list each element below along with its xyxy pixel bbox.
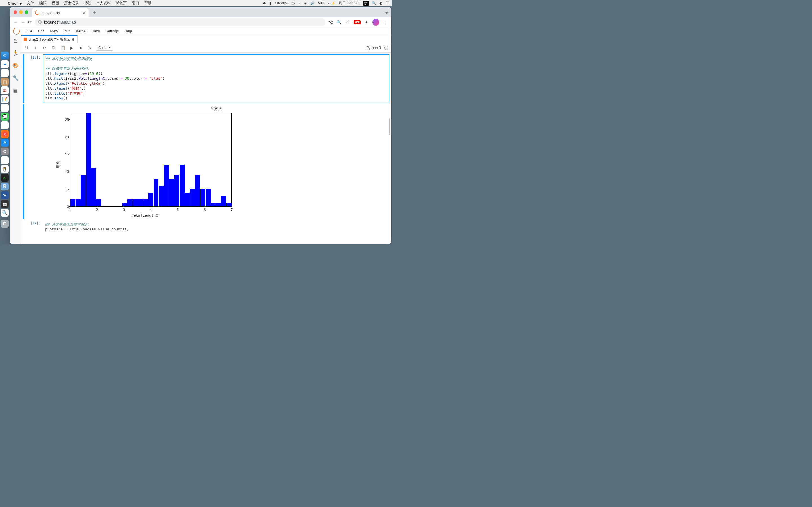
notebook-area[interactable]: [18]: ## 单个数据变量的分布情况 ## 数值变量直方图可视化 plt.f…	[21, 53, 391, 244]
menu-file[interactable]: 文件	[27, 1, 34, 6]
chrome-menu-icon[interactable]: ⋮	[383, 20, 388, 25]
address-bar[interactable]: ⓘ localhost:8888/lab	[35, 18, 325, 26]
battery-percent[interactable]: 53%	[318, 1, 325, 5]
zoom-icon[interactable]: 🔍	[337, 20, 342, 25]
jl-menu-settings[interactable]: Settings	[105, 29, 119, 33]
jupyter-logo[interactable]	[12, 27, 21, 36]
save-button[interactable]: 🖫	[24, 46, 29, 50]
menu-history[interactable]: 历史记录	[64, 1, 79, 6]
dock-terminal[interactable]: >_	[1, 174, 9, 182]
jl-menu-run[interactable]: Run	[63, 29, 70, 33]
dock-calendar[interactable]: 23	[1, 87, 9, 94]
tab-title: JupyterLab	[42, 11, 60, 15]
record-icon[interactable]: ⏺	[263, 1, 266, 5]
chrome-toolbar: ← → ⟳ ⓘ localhost:8888/lab ⌥ 🔍 ☆ ABP ✦ ⋮	[10, 17, 391, 27]
new-tab-button[interactable]: ＋	[92, 9, 97, 15]
menu-window[interactable]: 窗口	[132, 1, 139, 6]
run-button[interactable]: ▶	[69, 46, 74, 50]
volume-icon[interactable]: 🔊	[310, 1, 315, 5]
chart-ylabel: 频数	[56, 158, 61, 165]
dock-mail[interactable]: ✉	[1, 69, 9, 77]
commands-icon[interactable]: 🎨	[12, 62, 18, 69]
copy-button[interactable]: ⧉	[51, 45, 56, 50]
close-button[interactable]	[13, 10, 17, 14]
dock-chrome[interactable]: ◉	[1, 156, 9, 164]
code-editor[interactable]: ## 分类变量条形图可视化 plotdata = Iris.Species.va…	[43, 220, 389, 233]
code-editor[interactable]: ## 单个数据变量的分布情况 ## 数值变量直方图可视化 plt.figure(…	[43, 54, 389, 103]
menu-icon[interactable]: ☰	[386, 1, 389, 5]
info-icon[interactable]: ⓘ	[38, 20, 42, 25]
maximize-button[interactable]	[25, 10, 28, 14]
paste-button[interactable]: 📋	[60, 46, 65, 50]
dock-reminders[interactable]: ☑	[1, 104, 9, 112]
dock-messages[interactable]: 💬	[1, 113, 9, 121]
forward-button[interactable]: →	[21, 20, 26, 25]
dock-word[interactable]: W	[1, 191, 9, 199]
dock-itunes[interactable]: ♫	[1, 130, 9, 138]
spotlight-icon[interactable]: 🔍	[372, 1, 376, 5]
abp-extension-icon[interactable]: ABP	[354, 20, 361, 24]
histogram-bar	[206, 189, 211, 206]
incognito-icon[interactable]: ◈	[386, 10, 388, 14]
translate-icon[interactable]: ⌥	[328, 20, 333, 25]
dock-trash[interactable]: 🗑	[1, 220, 9, 228]
restart-button[interactable]: ↻	[87, 46, 93, 50]
scrollbar[interactable]	[389, 118, 391, 135]
jl-menu-help[interactable]: Help	[124, 29, 132, 33]
extensions-icon[interactable]: ✦	[364, 20, 369, 25]
menu-tabs[interactable]: 标签页	[116, 1, 127, 6]
cell-type-select[interactable]: Code	[96, 45, 112, 51]
cc-icon[interactable]: ◎	[292, 1, 295, 5]
menu-help[interactable]: 帮助	[144, 1, 152, 6]
back-button[interactable]: ←	[13, 20, 18, 25]
bluetooth-icon[interactable]: ⚹	[298, 1, 301, 5]
code-cell-19[interactable]: [19]: ## 分类变量条形图可视化 plotdata = Iris.Spec…	[22, 220, 389, 233]
histogram-chart: 频数 0510152025 1234567 PetalLengthCm	[57, 113, 235, 217]
dock-settings[interactable]: ⚙	[1, 148, 9, 156]
siri-icon[interactable]: ◐	[379, 1, 382, 5]
dock-notes[interactable]: 📝	[1, 95, 9, 103]
histogram-bar	[138, 200, 143, 207]
wifi-icon[interactable]: ◉	[304, 1, 307, 5]
tools-icon[interactable]: 🔧	[12, 75, 18, 81]
kernel-status-icon[interactable]	[384, 46, 388, 50]
menu-view[interactable]: 视图	[52, 1, 59, 6]
x-tick-label: 7	[231, 208, 233, 212]
code-cell-18[interactable]: [18]: ## 单个数据变量的分布情况 ## 数值变量直方图可视化 plt.f…	[22, 54, 389, 103]
dock-rstudio[interactable]: R	[1, 182, 9, 190]
kernel-name[interactable]: Python 3	[366, 46, 381, 50]
ime-indicator[interactable]: 拼	[363, 1, 368, 6]
reload-button[interactable]: ⟳	[28, 19, 32, 25]
dock-photos[interactable]: ✿	[1, 121, 9, 129]
dock-activity[interactable]: ▤	[1, 200, 9, 208]
cat-icon[interactable]: ▮	[269, 1, 271, 5]
tab-close-icon[interactable]: ✕	[83, 11, 86, 15]
menu-edit[interactable]: 编辑	[39, 1, 47, 6]
dock-finder[interactable]: ☺	[1, 52, 9, 59]
jl-menu-view[interactable]: View	[50, 29, 58, 33]
browser-tab[interactable]: JupyterLab ✕	[32, 8, 89, 17]
dock-appstore[interactable]: A	[1, 139, 9, 147]
profile-avatar[interactable]	[372, 19, 379, 25]
cut-button[interactable]: ✂	[42, 46, 47, 50]
files-icon[interactable]: 🗀	[13, 38, 18, 44]
app-name[interactable]: Chrome	[8, 1, 22, 5]
minimize-button[interactable]	[19, 10, 22, 14]
dock-qq[interactable]: 🐧	[1, 165, 9, 173]
menu-bookmarks[interactable]: 书签	[84, 1, 91, 6]
notebook-tab[interactable]: chap2_数据探索与可视化.ip	[21, 35, 78, 43]
jl-menu-edit[interactable]: Edit	[38, 29, 44, 33]
running-icon[interactable]: 🏃	[12, 50, 18, 56]
jl-menu-tabs[interactable]: Tabs	[92, 29, 100, 33]
dock-safari[interactable]: ✦	[1, 60, 9, 68]
star-icon[interactable]: ☆	[345, 20, 350, 25]
dock-contacts[interactable]: ◫	[1, 78, 9, 86]
stop-button[interactable]: ■	[78, 46, 84, 50]
add-cell-button[interactable]: ＋	[33, 45, 38, 50]
jl-menu-file[interactable]: File	[27, 29, 33, 33]
clock[interactable]: 周日 下午2:31	[339, 1, 360, 6]
tabs-icon[interactable]: ▣	[13, 87, 18, 94]
dock-magnifier[interactable]: 🔍	[1, 209, 9, 217]
jl-menu-kernel[interactable]: Kernel	[76, 29, 87, 33]
menu-profile[interactable]: 个人资料	[96, 1, 111, 6]
